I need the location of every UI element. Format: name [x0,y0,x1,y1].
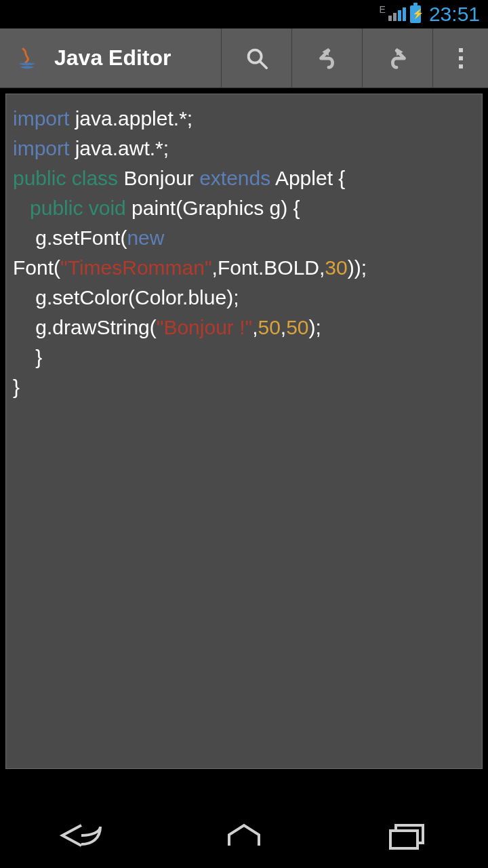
recents-icon [380,818,434,852]
back-button[interactable] [41,815,122,856]
search-button[interactable] [221,28,291,87]
overflow-icon [459,48,463,68]
signal-icon [388,7,406,21]
battery-icon: ⚡ [410,5,421,23]
undo-button[interactable] [291,28,362,87]
overflow-menu-button[interactable] [432,28,488,87]
java-icon [12,43,42,73]
editor-container: import java.applet.*;import java.awt.*;p… [0,88,488,774]
code-line: g.drawString("Bonjour !",50,50); [13,313,475,342]
code-editor[interactable]: import java.applet.*;import java.awt.*;p… [5,94,483,769]
undo-icon [314,45,340,71]
svg-rect-4 [390,831,418,848]
home-button[interactable] [203,815,285,856]
code-line: } [13,342,475,372]
code-line: public void paint(Graphics g) { [13,193,475,223]
app-title: Java Editor [54,45,171,71]
code-line: import java.awt.*; [13,134,475,163]
code-line: public class Bonjour extends Applet { [13,163,475,193]
search-icon [244,45,270,71]
action-bar: Java Editor [0,28,488,88]
title-area: Java Editor [0,28,221,87]
system-nav-bar [0,803,488,868]
code-line: import java.applet.*; [13,104,475,134]
network-type-label: E [380,4,386,15]
home-icon [217,818,271,852]
code-line: g.setColor(Color.blue); [13,283,475,313]
back-icon [54,818,108,852]
recents-button[interactable] [366,815,447,856]
redo-icon [385,45,411,71]
svg-line-1 [260,61,266,68]
clock: 23:51 [429,3,480,26]
code-line: } [13,372,475,402]
code-line: g.setFont(new Font("TimesRomman",Font.BO… [13,223,475,283]
redo-button[interactable] [362,28,432,87]
status-bar: E ⚡ 23:51 [0,0,488,28]
